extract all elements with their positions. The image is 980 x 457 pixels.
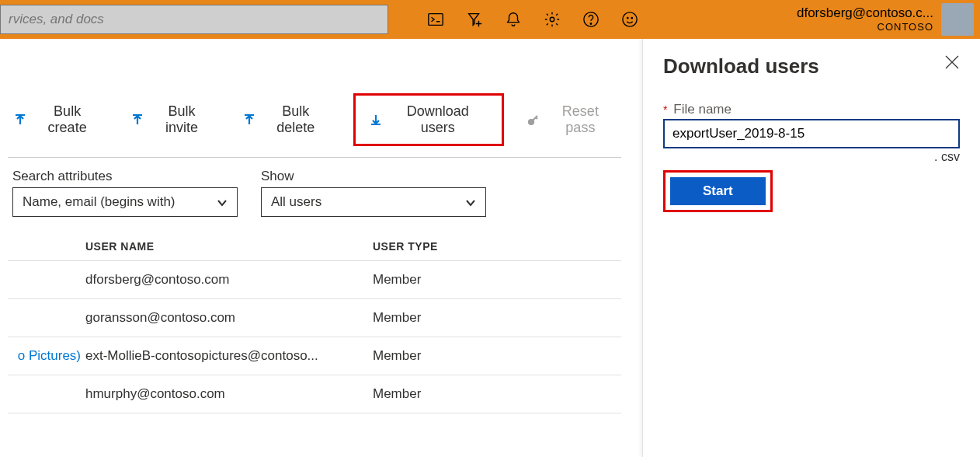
table-row[interactable]: o Pictures) ext-MollieB-contosopictures@…: [8, 337, 621, 375]
bulk-delete-button[interactable]: Bulk delete: [237, 99, 336, 141]
download-users-highlight: Download users: [353, 93, 504, 146]
filter-row: Search attributes Name, email (begins wi…: [12, 169, 621, 217]
key-icon: [527, 113, 540, 126]
file-name-field: * File name . csv: [663, 102, 960, 164]
file-name-input[interactable]: [663, 119, 960, 148]
directory-filter-icon[interactable]: [466, 11, 483, 28]
svg-rect-0: [429, 14, 443, 26]
cell-usertype: Member: [373, 348, 528, 364]
panel-header: Download users: [663, 54, 960, 78]
show-select[interactable]: All users: [261, 187, 486, 217]
account-area[interactable]: dforsberg@contoso.c... CONTOSO: [797, 0, 980, 39]
row-prefix: o Pictures): [8, 348, 85, 364]
chevron-down-icon: [217, 197, 228, 208]
topbar-icon-group: [427, 11, 638, 28]
chevron-down-icon: [465, 197, 476, 208]
bulk-delete-label: Bulk delete: [262, 103, 330, 136]
users-table: USER NAME USER TYPE dforsberg@contoso.co…: [8, 232, 621, 413]
required-star: *: [663, 103, 667, 116]
reset-password-label: Reset pass: [546, 103, 615, 136]
help-icon[interactable]: [582, 11, 599, 28]
download-users-panel: Download users * File name . csv Start: [642, 39, 980, 457]
search-attributes-value: Name, email (begins with): [23, 194, 175, 210]
download-arrow-icon: [370, 113, 382, 126]
svg-point-1: [550, 17, 554, 22]
upload-arrow-icon: [243, 113, 255, 126]
table-header: USER NAME USER TYPE: [8, 232, 621, 261]
svg-point-4: [623, 12, 637, 26]
col-header-usertype: USER TYPE: [373, 240, 528, 253]
download-users-label: Download users: [388, 103, 488, 136]
avatar[interactable]: [941, 3, 974, 36]
upload-arrow-icon: [131, 113, 144, 126]
show-label: Show: [261, 169, 486, 184]
upload-arrow-icon: [14, 113, 26, 126]
cell-usertype: Member: [373, 272, 528, 288]
file-extension-label: . csv: [663, 150, 960, 164]
show-value: All users: [271, 194, 321, 210]
svg-point-5: [627, 17, 628, 18]
bulk-invite-button[interactable]: Bulk invite: [125, 99, 219, 141]
search-attributes-filter: Search attributes Name, email (begins wi…: [12, 169, 238, 217]
feedback-smile-icon[interactable]: [621, 11, 638, 28]
start-button[interactable]: Start: [670, 177, 766, 205]
start-button-label: Start: [703, 183, 733, 198]
search-attributes-select[interactable]: Name, email (begins with): [12, 187, 238, 217]
users-toolbar: Bulk create Bulk invite Bulk delete Down…: [8, 78, 621, 158]
bulk-create-button[interactable]: Bulk create: [8, 99, 108, 141]
bulk-invite-label: Bulk invite: [150, 103, 213, 136]
download-users-button[interactable]: Download users: [363, 99, 494, 141]
cell-usertype: Member: [373, 386, 528, 402]
account-tenant: CONTOSO: [797, 21, 933, 33]
start-button-highlight: Start: [663, 170, 773, 212]
close-icon[interactable]: [944, 54, 960, 70]
cell-username: dforsberg@contoso.com: [85, 272, 373, 288]
cloud-shell-icon[interactable]: [427, 11, 444, 28]
notifications-icon[interactable]: [505, 11, 522, 28]
table-row[interactable]: hmurphy@contoso.com Member: [8, 375, 621, 413]
file-name-label: File name: [673, 102, 732, 117]
cell-username: hmurphy@contoso.com: [85, 386, 373, 402]
account-email: dforsberg@contoso.c...: [797, 5, 933, 21]
global-search-input[interactable]: [0, 5, 388, 34]
account-info: dforsberg@contoso.c... CONTOSO: [797, 5, 933, 33]
main-content: Bulk create Bulk invite Bulk delete Down…: [0, 39, 629, 413]
show-filter: Show All users: [261, 169, 486, 217]
bulk-create-label: Bulk create: [33, 103, 102, 136]
settings-gear-icon[interactable]: [544, 11, 561, 28]
cell-usertype: Member: [373, 310, 528, 326]
cell-username: goransson@contoso.com: [85, 310, 373, 326]
table-row[interactable]: dforsberg@contoso.com Member: [8, 261, 621, 299]
svg-point-3: [590, 23, 591, 24]
search-attributes-label: Search attributes: [12, 169, 238, 184]
col-header-username: USER NAME: [85, 240, 373, 253]
cell-username: ext-MollieB-contosopictures@contoso...: [85, 348, 373, 364]
reset-password-button: Reset pass: [521, 99, 621, 141]
svg-point-6: [631, 17, 632, 18]
panel-title: Download users: [663, 54, 819, 78]
top-bar: dforsberg@contoso.c... CONTOSO: [0, 0, 980, 39]
table-row[interactable]: goransson@contoso.com Member: [8, 299, 621, 337]
file-name-label-row: * File name: [663, 102, 960, 117]
